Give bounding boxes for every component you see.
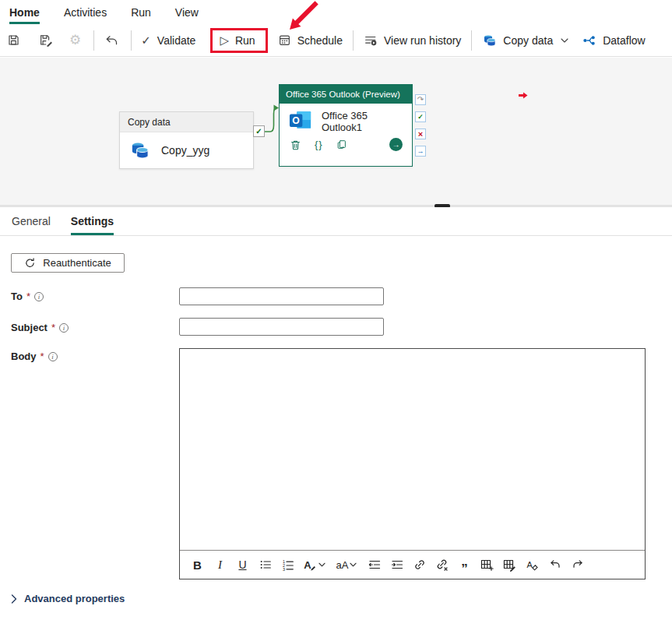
outlook-icon: O — [289, 110, 312, 131]
edit-table-button[interactable] — [501, 555, 519, 576]
required-asterisk: * — [26, 291, 30, 302]
outlook-name-line2: Outlook1 — [322, 122, 368, 133]
play-icon: ▷ — [220, 34, 229, 46]
chevron-down-icon — [561, 38, 568, 43]
body-label-text: Body — [11, 350, 37, 362]
editor-redo-button[interactable] — [568, 555, 586, 576]
on-completion-connector[interactable]: → — [415, 146, 426, 157]
copy-data-activity-node[interactable]: Copy data Copy_yyg — [119, 111, 254, 169]
font-color-glyph: A — [304, 559, 311, 571]
settings-button[interactable]: ⚙ — [69, 33, 81, 47]
toolbar-divider — [131, 30, 132, 51]
properties-panel: General Settings Reauthenticate To * i S… — [0, 207, 672, 627]
view-run-history-label: View run history — [384, 34, 461, 47]
body-rich-text-editor: B I U 123 A aA — [179, 348, 646, 579]
reauthenticate-label: Reauthenticate — [43, 257, 111, 269]
on-skip-connector[interactable]: ↷ — [415, 94, 426, 105]
reauthenticate-button[interactable]: Reauthenticate — [11, 253, 125, 273]
svg-text:O: O — [292, 115, 299, 126]
save-as-icon — [39, 33, 53, 47]
delete-activity-icon[interactable] — [290, 139, 301, 151]
to-field-label: To * i — [11, 291, 44, 302]
on-success-state-connector[interactable]: ✓ — [415, 111, 426, 122]
outlook-activity-header: Office 365 Outlook (Preview) — [280, 85, 412, 104]
font-size-button[interactable]: aA — [332, 555, 361, 576]
indent-button[interactable] — [388, 555, 406, 576]
bullet-list-button[interactable] — [256, 555, 274, 576]
chevron-right-icon — [11, 594, 17, 604]
toolbar-divider — [471, 30, 472, 51]
outlook-activity-node[interactable]: Office 365 Outlook (Preview) O Office 36… — [279, 84, 413, 167]
save-button[interactable] — [7, 33, 20, 47]
blockquote-button[interactable]: „ — [456, 551, 473, 572]
insert-link-button[interactable] — [410, 555, 428, 576]
svg-text:3: 3 — [283, 567, 285, 571]
pipeline-editor: Home Activities Run View ⚙ ✓ Valida — [0, 0, 672, 627]
insert-table-button[interactable] — [478, 555, 496, 576]
check-icon: ✓ — [255, 127, 262, 136]
gear-icon: ⚙ — [69, 33, 81, 47]
info-icon[interactable]: i — [48, 352, 58, 361]
bold-button[interactable]: B — [188, 555, 206, 576]
calendar-icon — [278, 33, 291, 47]
code-braces-icon[interactable]: {} — [315, 139, 323, 150]
menu-tab-view[interactable]: View — [175, 0, 199, 24]
validate-button[interactable]: ✓ Validate — [141, 34, 195, 47]
red-pointer-arrow — [519, 92, 528, 99]
italic-button[interactable]: I — [211, 555, 229, 576]
copy-activity-name: Copy_yyg — [161, 144, 209, 157]
on-fail-connector[interactable]: × — [415, 129, 426, 139]
run-label: Run — [235, 34, 255, 47]
subject-label-text: Subject — [11, 322, 47, 333]
duplicate-activity-icon[interactable] — [336, 139, 347, 150]
save-icon — [7, 33, 20, 47]
to-input[interactable] — [179, 287, 384, 305]
panel-tab-bar: General Settings — [0, 207, 672, 236]
on-success-connector[interactable]: ✓ — [253, 125, 265, 137]
menu-tab-home[interactable]: Home — [9, 0, 40, 24]
subject-field-label: Subject * i — [11, 322, 69, 333]
copy-activity-header: Copy data — [120, 112, 253, 132]
run-button-highlight: ▷ Run — [210, 28, 267, 53]
advanced-properties-expander[interactable]: Advanced properties — [11, 593, 125, 604]
clear-formatting-button[interactable]: A — [523, 555, 541, 576]
outlook-name-line1: Office 365 — [322, 110, 368, 122]
copy-data-label: Copy data — [503, 34, 553, 47]
body-editor-textarea[interactable] — [180, 349, 645, 550]
next-steps-icon[interactable]: → — [389, 138, 403, 151]
font-color-button[interactable]: A — [301, 555, 328, 576]
editor-undo-button[interactable] — [546, 555, 564, 576]
copy-data-activity-icon — [130, 140, 150, 160]
toolbar-divider — [353, 30, 354, 51]
info-icon[interactable]: i — [59, 323, 69, 333]
remove-link-button[interactable] — [433, 555, 451, 576]
dataflow-icon — [582, 33, 596, 48]
to-label-text: To — [11, 291, 23, 302]
required-asterisk: * — [40, 350, 44, 362]
undo-button[interactable] — [104, 33, 118, 48]
schedule-button[interactable]: Schedule — [278, 33, 343, 47]
dataflow-button[interactable]: Dataflow — [582, 33, 645, 48]
menu-tab-activities[interactable]: Activities — [64, 0, 107, 24]
numbered-list-button[interactable]: 123 — [279, 555, 297, 576]
dataflow-label: Dataflow — [603, 34, 645, 47]
advanced-properties-label: Advanced properties — [24, 593, 125, 604]
subject-input[interactable] — [179, 318, 384, 336]
copy-data-dropdown-button[interactable]: Copy data — [483, 33, 568, 48]
view-run-history-button[interactable]: View run history — [364, 33, 461, 47]
info-icon[interactable]: i — [34, 292, 44, 301]
validate-label: Validate — [157, 34, 196, 47]
tab-settings[interactable]: Settings — [71, 207, 114, 235]
underline-button[interactable]: U — [234, 555, 252, 576]
menu-tab-run[interactable]: Run — [131, 0, 151, 24]
schedule-label: Schedule — [297, 34, 343, 47]
tab-general[interactable]: General — [12, 207, 51, 235]
outdent-button[interactable] — [365, 555, 383, 576]
run-button[interactable]: ▷ Run — [220, 34, 255, 47]
undo-icon — [104, 33, 118, 48]
body-field-label: Body * i — [11, 350, 58, 362]
pipeline-canvas: Copy data Copy_yyg ✓ Office 365 Outlook … — [0, 58, 672, 205]
refresh-icon — [24, 257, 36, 269]
save-as-button[interactable] — [39, 33, 53, 47]
run-history-icon — [364, 33, 378, 47]
